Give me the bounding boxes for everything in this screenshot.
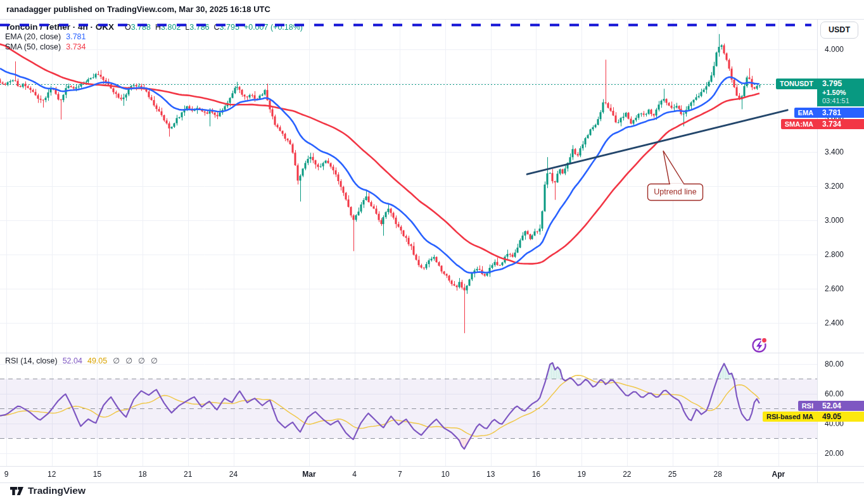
rsi-ma-value: 49.05 <box>87 356 107 365</box>
rsi-empty-values: ∅∅∅∅ <box>107 356 158 365</box>
empty-set-glyph: ∅ <box>113 356 120 365</box>
publish-info: ranadagger published on TradingView.com,… <box>6 4 270 14</box>
tradingview-logo-text: TradingView <box>28 485 86 496</box>
sma-value: 3.734 <box>66 42 86 51</box>
ohlc-values: O3.788H3.802L3.786C3.795 <box>120 23 239 32</box>
rsi-legend: RSI (14, close)52.0449.05∅∅∅∅ <box>5 356 158 366</box>
ohlc-val: 3.795 <box>220 23 239 32</box>
chart-bottom-border <box>0 482 864 483</box>
empty-set-glyph: ∅ <box>151 356 158 365</box>
uptrend-callout-label[interactable]: Uptrend line <box>648 184 702 200</box>
empty-set-glyph: ∅ <box>125 356 132 365</box>
symbol-price-badge-label: TONUSDT <box>776 79 817 89</box>
ohlc-val: 3.802 <box>161 23 181 32</box>
ohlc-key: H <box>155 23 161 32</box>
chart-top-border <box>0 19 864 20</box>
rsi-ma-badge-label: RSI-based MA <box>763 412 817 422</box>
rsi-badge-label: RSI <box>798 401 817 411</box>
ohlc-key: O <box>125 23 131 32</box>
rsi-legend-row[interactable]: RSI (14, close)52.0449.05∅∅∅∅ <box>5 356 158 366</box>
tradingview-logo-icon <box>10 487 23 495</box>
tradingview-logo[interactable]: TradingView <box>10 485 86 496</box>
tradingview-published-chart: ranadagger published on TradingView.com,… <box>0 0 864 504</box>
ema-legend-row[interactable]: EMA (20, close)3.781 <box>5 32 303 42</box>
ohlc-key: C <box>214 23 220 32</box>
time-axis[interactable] <box>0 466 864 482</box>
ema-badge-label: EMA <box>794 108 817 118</box>
ema-label: EMA (20, close) <box>5 32 61 41</box>
rsi-label: RSI (14, close) <box>5 356 58 365</box>
ema-value: 3.781 <box>66 32 86 41</box>
chart-canvas[interactable] <box>0 0 864 504</box>
symbol-title: Toncoin / Tether · 4h · OKX <box>5 22 114 32</box>
price-change: +0.007 (+0.18%) <box>244 23 303 32</box>
sma-legend-row[interactable]: SMA (50, close)3.734 <box>5 42 303 52</box>
empty-set-glyph: ∅ <box>138 356 145 365</box>
sma-label: SMA (50, close) <box>5 42 61 51</box>
main-chart-legend: Toncoin / Tether · 4h · OKXO3.788H3.802L… <box>5 21 303 52</box>
ohlc-val: 3.786 <box>189 23 209 32</box>
rsi-value: 52.04 <box>63 356 82 365</box>
price-axis[interactable] <box>817 19 864 482</box>
symbol-legend-row[interactable]: Toncoin / Tether · 4h · OKXO3.788H3.802L… <box>5 21 303 32</box>
ohlc-val: 3.788 <box>131 23 151 32</box>
sma-badge-label: SMA:MA <box>781 119 817 129</box>
pane-separator[interactable] <box>0 353 864 353</box>
